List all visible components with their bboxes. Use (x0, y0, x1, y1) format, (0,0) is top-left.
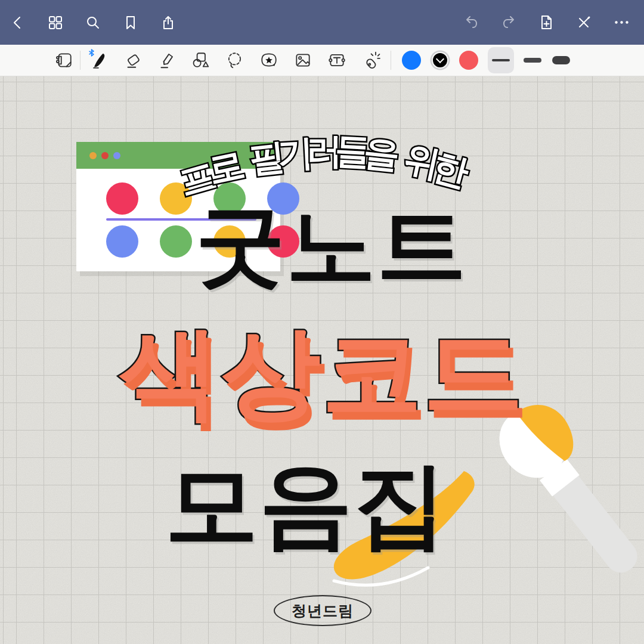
pen-mode-toggle-icon (576, 15, 592, 30)
nav-left-group (10, 14, 177, 31)
lasso-tool[interactable] (225, 50, 245, 70)
title-goodnotes: 굿노트 (196, 200, 467, 290)
thickness-thick[interactable] (551, 47, 571, 73)
color-swatch-group (402, 51, 478, 70)
image-tool[interactable] (293, 50, 313, 70)
undo-button[interactable] (463, 14, 479, 31)
back-button[interactable] (10, 14, 26, 31)
eraser-tool[interactable] (123, 50, 143, 70)
brand-badge: 청년드림 (274, 595, 371, 626)
toolbar-divider (80, 51, 80, 70)
search-button[interactable] (85, 14, 101, 31)
text-icon (327, 51, 346, 70)
color-dot (89, 152, 97, 159)
subtitle-arched-text: 프로필기러들을위한 (180, 128, 462, 176)
undo-icon (463, 14, 479, 30)
add-page-button[interactable] (538, 14, 555, 31)
subtitle-char: 러 (306, 128, 335, 176)
redo-icon (501, 14, 517, 30)
shapes-icon (191, 51, 210, 70)
eraser-icon (123, 51, 143, 70)
color-swatch-black-selected[interactable] (432, 52, 448, 69)
color-swatch-blue[interactable] (402, 51, 421, 70)
laser-pointer-icon (361, 51, 380, 70)
color-dot (101, 152, 109, 159)
thickness-thin-selected[interactable] (488, 47, 514, 73)
page-preview-icon (54, 51, 73, 70)
lasso-icon (225, 51, 244, 70)
highlighter-tool[interactable] (157, 50, 177, 70)
note-canvas[interactable]: 프로필기러들을위한 굿노트 색상코드 모음집 청년드림 (0, 76, 644, 644)
bluetooth-icon (88, 49, 95, 57)
more-ellipsis-icon (614, 14, 630, 30)
back-chevron-icon (10, 15, 26, 30)
color-dot (106, 182, 138, 215)
subtitle-char: 필 (247, 134, 280, 185)
shapes-tool[interactable] (191, 50, 211, 70)
brand-badge-label: 청년드림 (292, 601, 354, 621)
add-page-icon (538, 14, 555, 30)
color-dot (160, 225, 192, 258)
subtitle-char: 기 (277, 129, 308, 179)
tool-group (89, 50, 381, 70)
subtitle-char: 을 (361, 129, 395, 180)
share-icon (160, 15, 176, 30)
title-color-codes: 색상코드 (119, 322, 525, 422)
text-tool[interactable] (327, 50, 347, 70)
page-preview-button[interactable] (54, 50, 74, 70)
laser-pointer-tool[interactable] (361, 50, 381, 70)
tools-toolbar (0, 45, 644, 76)
bookmark-button[interactable] (122, 14, 139, 31)
redo-button[interactable] (500, 14, 517, 31)
subtitle-char: 들 (334, 127, 365, 177)
share-button[interactable] (160, 14, 177, 31)
pen-tool[interactable] (89, 50, 109, 70)
elements-star-icon (259, 51, 278, 70)
toolbar-divider (391, 51, 391, 70)
elements-tool[interactable] (259, 50, 279, 70)
thickness-medium[interactable] (522, 47, 543, 73)
search-icon (85, 15, 101, 30)
title-collection: 모음집 (165, 458, 448, 551)
bookmark-icon (123, 15, 138, 30)
thickness-group (488, 47, 571, 73)
nav-right-group (463, 14, 630, 31)
color-dot (113, 152, 120, 159)
highlighter-icon (157, 51, 177, 70)
pen-mode-button[interactable] (575, 14, 592, 31)
more-button[interactable] (613, 14, 630, 31)
top-navigation-bar (0, 0, 644, 45)
image-icon (293, 51, 312, 70)
color-dot (106, 225, 138, 258)
color-swatch-red[interactable] (459, 51, 478, 70)
pages-grid-icon (48, 15, 63, 30)
documents-button[interactable] (47, 14, 64, 31)
